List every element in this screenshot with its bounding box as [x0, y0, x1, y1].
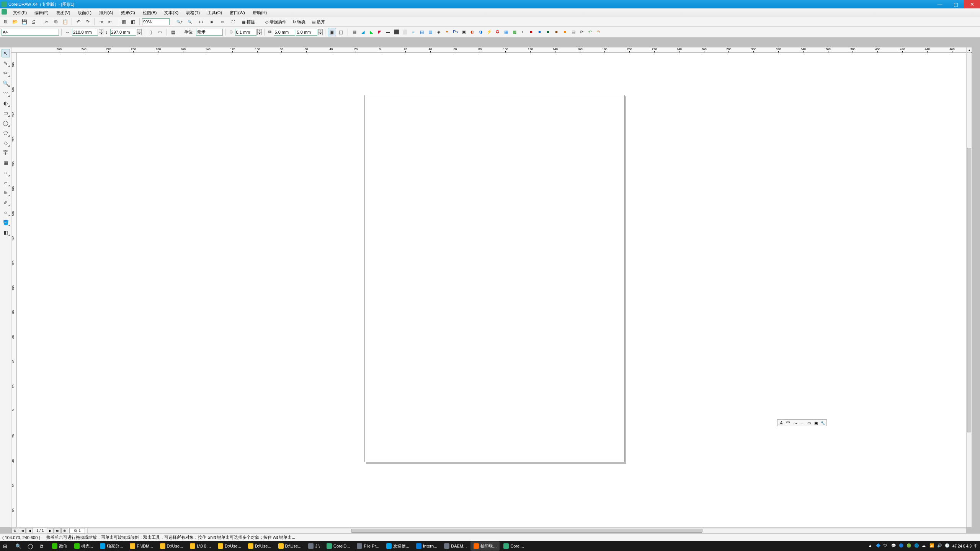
zoom-out-icon[interactable]: 🔍-	[185, 18, 195, 26]
welcome-icon[interactable]: ◧	[129, 18, 137, 26]
print-icon[interactable]: 🖨	[29, 18, 38, 26]
ext-tool-16[interactable]: ⚡	[485, 28, 493, 36]
group-icon[interactable]: ▣	[813, 420, 819, 426]
taskbar-cortana[interactable]: ◯	[24, 541, 36, 551]
maximize-button[interactable]: ▢	[948, 0, 964, 8]
ext-tool-21[interactable]: ■	[527, 28, 536, 36]
taskbar-app7[interactable]: D:\Use...	[245, 541, 274, 551]
menu-b[interactable]: 位图(B)	[139, 8, 161, 17]
menu-c[interactable]: 效果(C)	[117, 8, 139, 17]
zoom-fit-icon[interactable]: ▣	[207, 18, 217, 26]
taskbar-app3[interactable]: F:\IDM...	[127, 541, 156, 551]
interactive-blend-tool[interactable]: ≋	[2, 188, 10, 197]
ext-tool-11[interactable]: ✦	[443, 28, 451, 36]
ext-tool-7[interactable]: ≡	[409, 28, 418, 36]
ext-tool-15[interactable]: ◑	[477, 28, 485, 36]
rect-icon[interactable]: ▭	[806, 420, 812, 426]
ellipse-tool[interactable]: ◯	[2, 119, 10, 127]
interactive-fill-tool[interactable]: ◧	[2, 228, 10, 236]
canvas-area[interactable]	[17, 53, 966, 527]
menu-t[interactable]: 表格(T)	[182, 8, 204, 17]
redo-icon[interactable]: ↷	[83, 18, 92, 26]
ext-tool-25[interactable]: ■	[561, 28, 569, 36]
shape-tool[interactable]: ✎	[2, 59, 10, 67]
dup-v-input[interactable]	[296, 29, 317, 36]
close-button[interactable]: ✕	[964, 0, 980, 8]
ext-tool-1[interactable]: ◢	[359, 28, 367, 36]
taskbar-coreldraw1[interactable]: CorelD...	[323, 541, 353, 551]
text-tool[interactable]: 字	[2, 148, 10, 157]
portrait-button[interactable]: ▯	[147, 28, 155, 36]
menu-l[interactable]: 版面(L)	[74, 8, 95, 17]
ext-tool-29[interactable]: ↷	[595, 28, 603, 36]
taskbar-app11[interactable]: 抽印联...	[470, 541, 500, 551]
vertical-scrollbar[interactable]	[966, 53, 972, 527]
page-width-input[interactable]	[72, 29, 98, 36]
zoom-tool[interactable]: 🔍	[2, 79, 10, 87]
taskbar-app9[interactable]: J:\	[305, 541, 323, 551]
nudge-spinner[interactable]: ▴▾	[257, 29, 262, 35]
ext-tool-5[interactable]: ⬛	[392, 28, 401, 36]
open-icon[interactable]: 📂	[11, 18, 19, 26]
rectangle-tool[interactable]: ▭	[2, 109, 10, 117]
taskbar-app4[interactable]: D:\Use...	[157, 541, 186, 551]
taskbar-app2[interactable]: 独家分...	[97, 541, 126, 551]
curve-icon[interactable]: ↝	[792, 420, 798, 426]
taskbar-app1[interactable]: 树光...	[71, 541, 96, 551]
ext-tool-20[interactable]: ▪	[519, 28, 527, 36]
taskbar-internet[interactable]: Intern...	[413, 541, 440, 551]
page-add-left-button[interactable]: ⊕	[11, 528, 18, 533]
text-props-icon[interactable]: A	[778, 420, 784, 426]
minimize-button[interactable]: —	[932, 0, 948, 8]
ext-tool-18[interactable]: ▦	[502, 28, 510, 36]
taskbar-app6[interactable]: D:\Use...	[215, 541, 244, 551]
app-launcher-icon[interactable]: ▦	[119, 18, 128, 26]
menu-f[interactable]: 文件(F)	[9, 8, 31, 17]
units-select[interactable]	[196, 29, 223, 36]
taskbar-coreldraw2[interactable]: Corel...	[500, 541, 527, 551]
menu-a[interactable]: 排列(A)	[95, 8, 117, 17]
crop-tool[interactable]: ✂	[2, 69, 10, 77]
system-tray[interactable]: ▲🔷🛡💬🔵🟢🌐☁📶🔊🕐47 24 6 4.9中	[868, 543, 980, 549]
ext-tool-8[interactable]: ▤	[418, 28, 426, 36]
freehand-tool[interactable]: 〰	[2, 89, 10, 97]
menu-v[interactable]: 视图(V)	[52, 8, 74, 17]
zoom-level-input[interactable]	[142, 18, 170, 25]
ext-tool-14[interactable]: ◐	[468, 28, 477, 36]
taskbar-app10[interactable]: 欢迎使...	[383, 541, 412, 551]
ext-tool-9[interactable]: ▥	[426, 28, 434, 36]
paste-special-button[interactable]: ▤贴齐	[309, 18, 328, 26]
table-tool[interactable]: ▦	[2, 158, 10, 167]
polygon-tool[interactable]: ⬠	[2, 129, 10, 137]
ext-tool-10[interactable]: ◈	[434, 28, 443, 36]
page-tab[interactable]: 页 1	[69, 528, 85, 533]
dimension-tool[interactable]: ↔	[2, 168, 10, 177]
menu-h[interactable]: 帮助(H)	[249, 8, 271, 17]
ext-tool-4[interactable]: ▬	[384, 28, 392, 36]
enhance-plugin-button[interactable]: ◇增强插件	[263, 18, 289, 26]
page-add-right-button[interactable]: ⊕	[61, 528, 68, 533]
menu-x[interactable]: 文本(X)	[160, 8, 182, 17]
zoom-select-icon[interactable]: ⛶	[228, 18, 238, 26]
taskbar-wechat[interactable]: 微信	[49, 541, 70, 551]
menu-e[interactable]: 编辑(E)	[31, 8, 52, 17]
zoom-page-icon[interactable]: ▭	[217, 18, 227, 26]
horizontal-scrollbar[interactable]	[87, 528, 966, 533]
taskbar-search[interactable]: 🔍	[12, 541, 24, 551]
menu-w[interactable]: 窗口(W)	[226, 8, 249, 17]
nudge-input[interactable]	[235, 29, 256, 36]
ext-tool-2[interactable]: ◣	[367, 28, 376, 36]
ext-tool-24[interactable]: ■	[552, 28, 561, 36]
ext-tool-23[interactable]: ■	[544, 28, 552, 36]
undo-icon[interactable]: ↶	[74, 18, 83, 26]
last-page-button[interactable]: ⏭	[54, 528, 61, 533]
taskbar-fileprops[interactable]: File Pr...	[354, 541, 382, 551]
save-icon[interactable]: 💾	[20, 18, 28, 26]
cut-icon[interactable]: ✂	[42, 18, 51, 26]
prev-page-button[interactable]: ◀	[26, 528, 33, 533]
snap-to-objects-button[interactable]: ◫	[337, 28, 345, 36]
first-page-button[interactable]: ⏮	[19, 528, 26, 533]
new-icon[interactable]: 🗎	[2, 18, 10, 26]
snap-button[interactable]: ▦捕捉	[239, 18, 258, 26]
basic-shapes-tool[interactable]: ◇	[2, 139, 10, 147]
